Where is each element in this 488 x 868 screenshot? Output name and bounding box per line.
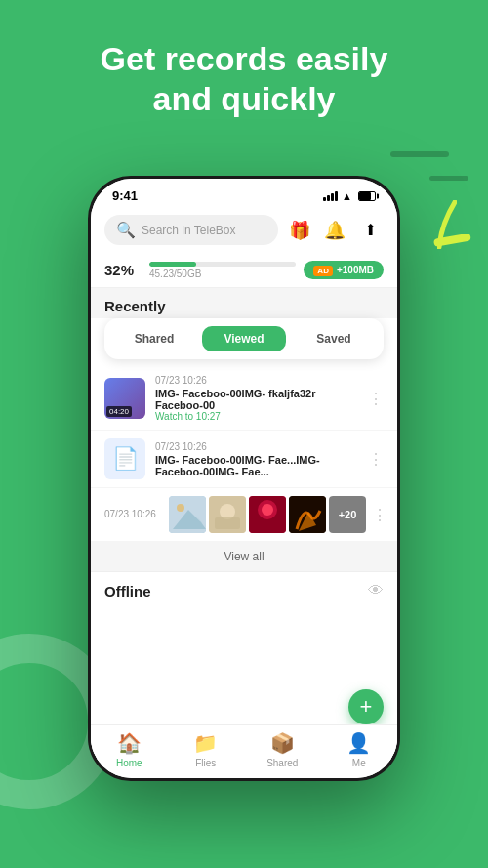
me-icon: 👤: [346, 731, 371, 755]
shared-icon: 📦: [270, 731, 295, 755]
svg-point-2: [177, 504, 184, 512]
storage-bar-wrap: 45.23/50GB: [149, 262, 296, 279]
view-all-button[interactable]: View all: [91, 542, 397, 572]
photo-strip-date-wrap: 07/23 10:26: [104, 509, 163, 521]
item-info-video: 07/23 10:26 IMG- Faceboo-00IMG- fkaljfa3…: [155, 375, 358, 422]
status-time: 9:41: [112, 188, 138, 203]
nav-label-flies: Flies: [195, 758, 216, 763]
storage-percent: 32%: [104, 262, 142, 278]
app-content: 🔍 Search in TeleBox 🎁 🔔 ⬆ 32% 45.23/50GB…: [91, 207, 397, 763]
file-thumbnail: 📄: [104, 438, 145, 479]
upload-icon[interactable]: ⬆: [356, 217, 384, 244]
accent-mark2: [433, 234, 472, 254]
item-date-3: 07/23 10:26: [104, 509, 163, 519]
video-duration: 04:20: [106, 406, 132, 417]
item-more-icon-2[interactable]: ⋮: [368, 450, 384, 469]
ad-label: AD: [313, 266, 333, 276]
filter-tab-shared[interactable]: Shared: [112, 326, 196, 351]
storage-bar-fill: [149, 262, 196, 267]
item-name-2: IMG- Faceboo-00IMG- Fae...IMG-: [155, 454, 358, 466]
ad-button[interactable]: AD+100MB: [304, 261, 384, 279]
svg-point-5: [220, 504, 235, 519]
photo-more-count: +20: [329, 496, 366, 533]
search-input-wrap[interactable]: 🔍 Search in TeleBox: [104, 215, 278, 245]
search-icon: 🔍: [116, 221, 136, 239]
filter-card: Shared Viewed Saved: [104, 318, 384, 359]
offline-row: Offline 👁: [91, 572, 397, 609]
item-sub-name-1: Faceboo-00: [155, 399, 358, 411]
list-item-file: 📄 07/23 10:26 IMG- Faceboo-00IMG- Fae...…: [91, 431, 397, 488]
battery-icon: [358, 191, 376, 201]
phone-mockup: 9:41 ▲ 🔍 Search in TeleBox: [88, 176, 400, 781]
hero-title: Get records easily and quickly: [0, 39, 488, 119]
svg-point-9: [262, 504, 273, 516]
gift-icon[interactable]: 🎁: [286, 217, 313, 244]
nav-item-home[interactable]: 🏠 Home: [91, 725, 168, 763]
file-icon: 📄: [112, 446, 139, 472]
photo-thumb-2: [209, 496, 246, 533]
bg-decoration-dash2: [429, 176, 468, 181]
wifi-icon: ▲: [342, 190, 352, 202]
recently-title: Recently: [104, 298, 166, 314]
item-date-1: 07/23 10:26: [155, 375, 358, 386]
home-icon: 🏠: [117, 731, 142, 755]
nav-label-home: Home: [116, 758, 142, 763]
bg-decoration-dash1: [390, 151, 449, 157]
fab-button[interactable]: +: [348, 689, 384, 724]
bottom-nav: 🏠 Home 📁 Flies 📦 Shared 👤 Me: [91, 724, 397, 763]
photo-strip: +20: [169, 496, 366, 533]
nav-label-me: Me: [352, 758, 366, 763]
flies-icon: 📁: [193, 731, 218, 755]
filter-tab-viewed[interactable]: Viewed: [202, 326, 286, 351]
nav-item-me[interactable]: 👤 Me: [321, 725, 398, 763]
item-watch-to: Watch to 10:27: [155, 411, 358, 422]
photo-thumb-1: [169, 496, 206, 533]
storage-size: 45.23/50GB: [149, 269, 296, 279]
storage-row: 32% 45.23/50GB AD+100MB: [91, 253, 397, 288]
item-more-icon-3[interactable]: ⋮: [372, 506, 387, 524]
search-placeholder: Search in TeleBox: [142, 224, 236, 237]
svg-rect-6: [215, 517, 240, 529]
status-bar: 9:41 ▲: [91, 179, 397, 207]
item-more-icon-1[interactable]: ⋮: [368, 390, 384, 408]
photo-thumb-4: [289, 496, 326, 533]
nav-label-shared: Shared: [266, 758, 298, 763]
recently-section-header: Recently: [91, 288, 397, 318]
list-item-photos: 07/23 10:26: [91, 488, 397, 542]
item-sub-name-2: Faceboo-00IMG- Fae...: [155, 466, 358, 477]
signal-icon: [323, 191, 338, 201]
item-name-1: IMG- Faceboo-00IMG- fkaljfa32r: [155, 388, 358, 399]
nav-item-shared[interactable]: 📦 Shared: [244, 725, 321, 763]
photo-thumb-3: [249, 496, 286, 533]
offline-eye-icon[interactable]: 👁: [368, 582, 384, 599]
ad-text: +100MB: [337, 265, 374, 275]
nav-item-flies[interactable]: 📁 Flies: [168, 725, 245, 763]
video-thumbnail: 04:20: [104, 378, 145, 419]
search-bar-row: 🔍 Search in TeleBox 🎁 🔔 ⬆: [91, 207, 397, 253]
filter-tab-saved[interactable]: Saved: [292, 326, 376, 351]
filter-section: Shared Viewed Saved 👁: [91, 318, 397, 359]
status-icons: ▲: [323, 190, 376, 202]
list-item-video: 04:20 07/23 10:26 IMG- Faceboo-00IMG- fk…: [91, 367, 397, 431]
bell-icon[interactable]: 🔔: [321, 217, 348, 244]
item-date-2: 07/23 10:26: [155, 441, 358, 452]
svg-rect-0: [433, 234, 471, 247]
offline-title: Offline: [104, 583, 151, 599]
item-info-file: 07/23 10:26 IMG- Faceboo-00IMG- Fae...IM…: [155, 441, 358, 477]
